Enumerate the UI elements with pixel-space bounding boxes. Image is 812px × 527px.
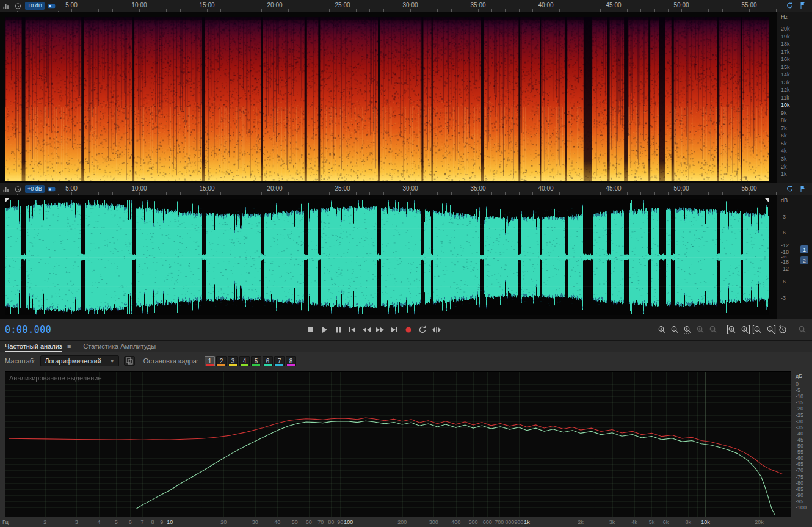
x-axis-tick-label: 4k <box>631 519 637 525</box>
hold-frame-button-7[interactable]: 7 <box>274 356 285 366</box>
timeline-label: 30:00 <box>402 185 418 192</box>
stop-button[interactable] <box>303 323 316 336</box>
play-button[interactable] <box>317 323 330 336</box>
sync-icon[interactable] <box>785 184 794 193</box>
y-axis-tick-label: -85 <box>796 486 803 492</box>
x-axis-tick-label: 2 <box>43 519 46 525</box>
y-axis-tick-label: -50 <box>796 443 803 449</box>
x-axis-tick-label: 200 <box>397 519 407 525</box>
hold-frame-button-6[interactable]: 6 <box>263 356 273 366</box>
spectrogram-timeline-ruler[interactable]: 5:0010:0015:0020:0025:0030:0035:0040:004… <box>0 0 812 12</box>
tab-frequency-analysis[interactable]: Частотный анализ ≡ <box>5 341 71 352</box>
frequency-tick-label: 9k <box>781 110 787 116</box>
hold-frame-color-swatch <box>229 364 237 366</box>
frequency-tick-label: 14k <box>781 71 790 78</box>
toggle-icon[interactable] <box>47 1 56 10</box>
selection-start-handle[interactable] <box>5 198 10 203</box>
x-axis-tick-label: 10 <box>167 519 173 525</box>
selection-end-handle[interactable] <box>764 198 769 203</box>
gain-badge[interactable]: +0 dB <box>25 2 45 10</box>
timeline-label: 15:00 <box>199 185 214 192</box>
hold-frame-color-swatch <box>287 364 295 366</box>
zoom-out-at-out-point-button[interactable] <box>764 323 777 336</box>
hold-frame-button-1[interactable]: 1 <box>205 356 215 366</box>
waveform-timeline-ruler[interactable]: 5:0010:0015:0020:0025:0030:0035:0040:004… <box>0 183 812 195</box>
mag-minus-icon <box>669 325 680 335</box>
amplitude-scale[interactable]: dB -3-6-12-18-∞-18-12-6-3 12 <box>777 195 812 319</box>
zoom-out-at-in-point-button[interactable] <box>752 323 764 336</box>
hold-frame-button-5[interactable]: 5 <box>251 356 261 366</box>
frequency-tick-label: 8k <box>781 117 787 123</box>
fast-forward-button[interactable] <box>374 323 386 336</box>
frequency-graph[interactable]: Анализированное выделение <box>5 371 791 517</box>
loop-playback-button[interactable] <box>416 323 429 336</box>
hold-frame-button-4[interactable]: 4 <box>239 356 250 366</box>
copy-data-button[interactable] <box>124 356 135 366</box>
x-axis-tick-label: 5 <box>115 519 118 525</box>
scrub-button[interactable] <box>430 323 443 336</box>
zoom-amplitude-in-button[interactable] <box>694 323 706 336</box>
x-axis-tick-label: 30 <box>252 519 258 525</box>
timeline-label: 50:00 <box>673 2 689 9</box>
marker-icon[interactable] <box>798 1 807 10</box>
mag-plus-icon <box>656 325 667 335</box>
clock-icon[interactable] <box>13 1 23 10</box>
meter-icon[interactable] <box>2 1 11 10</box>
restore-zoom-button[interactable] <box>777 323 789 336</box>
x-axis-tick-label: 8 <box>151 519 154 525</box>
x-axis-unit: Гц <box>2 519 9 525</box>
zoom-reset-button[interactable] <box>796 323 808 336</box>
copy-icon <box>125 357 134 365</box>
y-axis-tick-label: -35 <box>796 424 803 431</box>
scale-label: Масштаб: <box>5 357 35 365</box>
marker-icon <box>798 184 807 194</box>
toggle-icon <box>47 184 56 194</box>
frequency-scale[interactable]: Hz 20k19k18k17k16k15k14k13k12k11k10k9k8k… <box>777 12 812 183</box>
timeline-label: 40:00 <box>538 2 553 9</box>
timeline-label: 55:00 <box>741 2 756 9</box>
clock-icon[interactable] <box>13 184 23 194</box>
frequency-graph-canvas[interactable] <box>5 372 791 517</box>
hold-frame-button-3[interactable]: 3 <box>228 356 238 366</box>
sync-icon[interactable] <box>785 1 794 10</box>
waveform-display[interactable] <box>0 195 777 319</box>
hold-frame-button-8[interactable]: 8 <box>286 356 296 366</box>
pause-button[interactable] <box>332 323 344 336</box>
waveform-canvas[interactable] <box>5 199 769 315</box>
panel-menu-icon[interactable]: ≡ <box>67 343 71 350</box>
marker-icon[interactable] <box>798 184 807 193</box>
hold-frame-button-2[interactable]: 2 <box>216 356 227 366</box>
zoom-out-button[interactable] <box>669 323 681 336</box>
zoom-in-button[interactable] <box>656 323 668 336</box>
timeline-label: 5:00 <box>65 2 77 9</box>
scale-dropdown[interactable]: Логарифмический ▼ <box>40 355 119 366</box>
time-display[interactable]: 0:00.000 <box>5 324 51 335</box>
pause-icon <box>333 325 344 335</box>
x-axis-tick-label: 500 <box>469 519 478 525</box>
meter-icon[interactable] <box>2 184 11 194</box>
meter-icon <box>2 184 11 194</box>
spectrogram-display[interactable] <box>0 12 777 183</box>
timeline-tickmarks <box>4 9 777 12</box>
frequency-tick-label: 20k <box>781 26 790 32</box>
zoom-in-at-out-point-button[interactable] <box>739 323 751 336</box>
sync-icon <box>785 1 794 10</box>
toggle-icon[interactable] <box>47 184 56 194</box>
audition-window: 5:0010:0015:0020:0025:0030:0035:0040:004… <box>0 0 812 527</box>
rewind-button[interactable] <box>360 323 372 336</box>
record-button[interactable] <box>402 323 415 336</box>
zoom-amplitude-out-button[interactable] <box>707 323 719 336</box>
tab-amplitude-statistics[interactable]: Статистика Амплитуды <box>83 341 156 352</box>
timeline-label: 20:00 <box>267 2 282 9</box>
spectrogram-canvas[interactable] <box>5 17 769 181</box>
skip-to-start-button[interactable] <box>346 323 358 336</box>
zoom-in-at-in-point-button[interactable] <box>726 323 738 336</box>
timeline-label: 25:00 <box>335 2 350 9</box>
y-axis-tick-label: -70 <box>796 467 803 473</box>
channel-badge-2[interactable]: 2 <box>800 256 808 264</box>
channel-badge-1[interactable]: 1 <box>800 245 808 253</box>
gain-badge[interactable]: +0 dB <box>25 185 45 193</box>
zoom-to-selection-button[interactable] <box>681 323 694 336</box>
x-axis-tick-label: 60 <box>306 519 312 525</box>
skip-to-end-button[interactable] <box>388 323 401 336</box>
